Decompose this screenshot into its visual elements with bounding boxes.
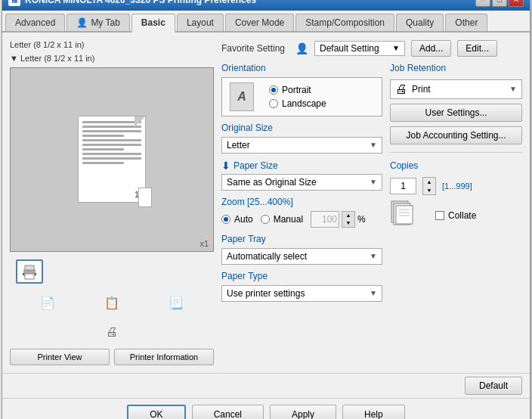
favorite-dropdown-arrow: ▼ — [392, 44, 400, 52]
orientation-radio-group: Portrait Landscape — [269, 85, 326, 109]
page-line — [82, 153, 141, 155]
page-line — [82, 139, 141, 141]
paper-type-label: Paper Type — [221, 271, 382, 281]
tab-advanced[interactable]: Advanced — [5, 14, 65, 31]
copies-label: Copies — [390, 160, 522, 171]
title-bar: 🖨 KONICA MINOLTA 4020_3320 PS Printing P… — [2, 0, 530, 11]
paper-tray-value: Automatically select — [227, 251, 307, 262]
mytab-icon: 👤 — [76, 17, 88, 28]
original-size-value: Letter — [227, 140, 250, 151]
paper-size-label: ⬇ Paper Size — [221, 160, 382, 172]
edit-button[interactable]: Edit... — [457, 40, 497, 57]
default-button[interactable]: Default — [465, 377, 522, 395]
title-bar-buttons: ─ □ ✕ — [475, 0, 524, 7]
landscape-radio[interactable]: Landscape — [269, 98, 326, 109]
ok-button[interactable]: OK — [127, 405, 185, 420]
preview-small-icon-4[interactable]: 🖨 — [101, 321, 122, 343]
retention-dropdown-arrow: ▼ — [509, 85, 517, 93]
copies-row: ▲ ▼ [1...999] — [390, 177, 522, 195]
favorite-dropdown[interactable]: Default Setting ▼ — [314, 41, 405, 56]
favorite-icon: 👤 — [295, 42, 308, 54]
auto-radio[interactable]: Auto — [221, 214, 253, 225]
add-button[interactable]: Add... — [411, 40, 451, 57]
preview-line2: ▼ Letter (8 1/2 x 11 in) — [10, 54, 214, 63]
preview-small-icon-2[interactable]: 📋 — [101, 293, 122, 314]
preview-icons-row — [10, 256, 214, 287]
portrait-radio-circle — [269, 85, 278, 95]
zoom-down-button[interactable]: ▼ — [342, 219, 354, 227]
tab-stampcomp[interactable]: Stamp/Composition — [295, 14, 394, 31]
window-icon: 🖨 — [8, 0, 20, 6]
original-size-label: Original Size — [221, 123, 382, 133]
tab-quality-label: Quality — [406, 17, 434, 28]
favorite-setting-row: Favorite Setting 👤 Default Setting ▼ Add… — [221, 40, 522, 57]
svg-rect-2 — [25, 274, 34, 279]
tab-bar: Advanced 👤 My Tab Basic Layout Cover Mod… — [2, 11, 530, 33]
printer-view-button[interactable]: Printer View — [10, 349, 110, 365]
retention-icon: 🖨 — [395, 82, 407, 96]
close-button[interactable]: ✕ — [509, 0, 524, 7]
copies-input[interactable] — [390, 178, 416, 194]
copies-spinner: ▲ ▼ — [422, 177, 436, 195]
job-accounting-button[interactable]: Job Accounting Setting... — [390, 126, 522, 144]
page-line — [82, 148, 124, 151]
tab-basic[interactable]: Basic — [131, 14, 175, 33]
orientation-box: A Portrait Landscape — [221, 77, 382, 116]
preview-panel: Letter (8 1/2 x 11 in) ▼ Letter (8 1/2 x… — [10, 40, 214, 365]
portrait-label: Portrait — [282, 85, 311, 95]
collate-row: Collate — [390, 200, 522, 231]
preview-small-icon-1[interactable]: 📄 — [37, 293, 58, 314]
user-settings-button[interactable]: User Settings... — [390, 104, 522, 122]
collate-svg — [390, 200, 420, 226]
collate-label: Collate — [448, 210, 476, 221]
collate-checkbox[interactable] — [435, 211, 444, 220]
tab-layout-label: Layout — [187, 17, 214, 28]
zoom-options: Auto Manual ▲ ▼ — [221, 211, 382, 228]
paper-size-dropdown-arrow: ▼ — [370, 178, 377, 186]
main-window: 🖨 KONICA MINOLTA 4020_3320 PS Printing P… — [2, 0, 530, 419]
page-line — [82, 157, 141, 160]
job-retention-dropdown[interactable]: 🖨 Print ▼ — [390, 79, 522, 99]
tab-other[interactable]: Other — [445, 14, 487, 31]
printer-icon — [21, 263, 38, 280]
preview-arrow-icon: ▼ — [10, 54, 18, 63]
paper-tray-section: Paper Tray Automatically select ▼ — [221, 234, 382, 265]
tab-mytab[interactable]: 👤 My Tab — [66, 14, 129, 31]
job-retention-value: Print — [412, 84, 431, 95]
help-button[interactable]: Help — [342, 405, 405, 420]
tab-layout[interactable]: Layout — [177, 14, 224, 31]
copies-up-button[interactable]: ▲ — [423, 178, 435, 186]
paper-tray-dropdown[interactable]: Automatically select ▼ — [221, 248, 382, 265]
maximize-button[interactable]: □ — [492, 0, 507, 7]
preview-small-icon-3[interactable]: 📃 — [165, 293, 187, 314]
collate-icon — [390, 200, 420, 231]
manual-radio[interactable]: Manual — [261, 214, 303, 225]
favorite-value: Default Setting — [320, 43, 379, 54]
landscape-label: Landscape — [282, 98, 326, 109]
zoom-up-button[interactable]: ▲ — [342, 212, 354, 219]
apply-button[interactable]: Apply — [270, 405, 336, 420]
copies-down-button[interactable]: ▼ — [423, 186, 435, 194]
paper-size-dropdown[interactable]: Same as Original Size ▼ — [221, 174, 382, 191]
paper-type-value: Use printer settings — [227, 288, 305, 299]
cancel-button[interactable]: Cancel — [192, 405, 264, 420]
page-line — [82, 135, 124, 137]
two-column-layout: Orientation A Portrait Landscape — [221, 63, 522, 365]
preview-bottom-icons: 🖨 — [10, 320, 214, 344]
preview-mode-button-1[interactable] — [16, 259, 43, 284]
collate-checkbox-row[interactable]: Collate — [435, 210, 476, 221]
preview-box: 1 x1 — [10, 67, 214, 252]
original-size-dropdown[interactable]: Letter ▼ — [221, 137, 382, 154]
printer-information-button[interactable]: Printer Information — [114, 349, 214, 365]
dialog-buttons: OK Cancel Apply Help — [2, 398, 530, 420]
svg-rect-7 — [396, 206, 413, 224]
paper-size-value: Same as Original Size — [227, 177, 317, 188]
page-line — [82, 162, 124, 164]
portrait-radio[interactable]: Portrait — [269, 85, 326, 95]
paper-type-dropdown[interactable]: Use printer settings ▼ — [221, 285, 382, 302]
tab-quality[interactable]: Quality — [396, 14, 444, 31]
minimize-button[interactable]: ─ — [475, 0, 490, 7]
zoom-input[interactable] — [311, 211, 339, 228]
tab-stampcomp-label: Stamp/Composition — [305, 17, 385, 28]
tab-covermode[interactable]: Cover Mode — [225, 14, 294, 31]
